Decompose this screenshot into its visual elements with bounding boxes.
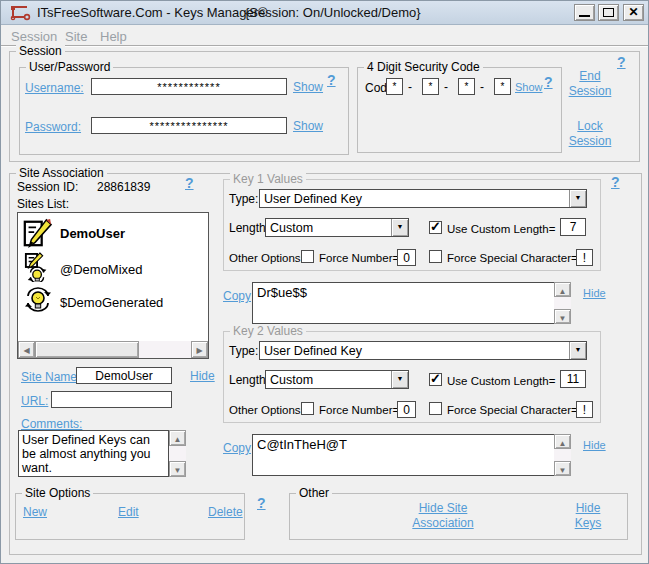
key1-use-custom-length-label: Use Custom Length= (447, 223, 555, 235)
code-digit-3[interactable] (458, 78, 475, 95)
site-name-hide-link[interactable]: Hide (190, 369, 215, 383)
dropdown-arrow-icon[interactable]: ▼ (569, 342, 586, 359)
lock-session-link[interactable]: Lock Session (564, 119, 616, 149)
key1-force-special-checkbox[interactable]: ✓ (429, 250, 442, 263)
key1-use-custom-length-checkbox[interactable]: ✓ (429, 221, 442, 234)
hide-keys-link[interactable]: Hide Keys (563, 501, 613, 531)
url-input[interactable] (51, 391, 172, 408)
scroll-right-button[interactable]: ▶ (191, 341, 208, 358)
security-code-group-label: 4 Digit Security Code (364, 60, 483, 74)
key1-custom-length-input[interactable] (560, 218, 586, 236)
scroll-down-icon: ▼ (174, 466, 182, 475)
scroll-down-button[interactable]: ▼ (554, 461, 571, 476)
code-digit-4[interactable] (494, 78, 511, 95)
password-input[interactable] (91, 117, 287, 134)
key1-vscrollbar[interactable]: ▲ ▼ (554, 282, 571, 324)
dropdown-arrow-icon[interactable]: ▼ (391, 219, 408, 236)
url-label[interactable]: URL: (21, 394, 48, 408)
username-label[interactable]: Username: (25, 81, 84, 95)
scroll-up-button[interactable]: ▲ (169, 430, 186, 446)
key2-use-custom-length-checkbox[interactable]: ✓ (429, 373, 442, 386)
check-icon: ✓ (430, 219, 441, 234)
key1-force-number-checkbox[interactable]: ✓ (301, 250, 314, 263)
key1-help-link[interactable]: ? (611, 174, 620, 190)
scroll-down-button[interactable]: ▼ (169, 461, 186, 477)
key1-copy-link[interactable]: Copy (223, 289, 251, 303)
hide-site-association-link[interactable]: Hide Site Association (399, 501, 487, 531)
key2-length-combo[interactable]: Custom ▼ (265, 370, 409, 389)
site-association-group-label: Site Association (16, 166, 107, 180)
key2-type-combo[interactable]: User Defined Key ▼ (259, 341, 587, 360)
menu-bar: Session Site Help (1, 26, 648, 46)
key1-value-box[interactable]: Dr$ue$$ (252, 282, 555, 324)
key2-custom-length-input[interactable] (560, 370, 586, 388)
key2-value-box[interactable]: C@tInTheH@T (252, 434, 555, 476)
key2-copy-link[interactable]: Copy (223, 441, 251, 455)
maximize-icon (603, 8, 614, 17)
dropdown-arrow-icon[interactable]: ▼ (391, 371, 408, 388)
scroll-left-button[interactable]: ◀ (18, 341, 35, 358)
username-show-link[interactable]: Show (293, 80, 323, 94)
key2-length-label: Length: (229, 373, 269, 387)
code-separator: - (444, 80, 448, 94)
menu-session[interactable]: Session (11, 29, 57, 44)
site-name-input[interactable] (76, 367, 172, 384)
key1-force-number-input[interactable] (397, 249, 416, 266)
scroll-down-button[interactable]: ▼ (554, 309, 571, 324)
menu-help[interactable]: Help (100, 29, 127, 44)
key1-length-combo[interactable]: Custom ▼ (265, 218, 409, 237)
maximize-button[interactable] (598, 4, 619, 21)
key1-hide-link[interactable]: Hide (583, 287, 606, 299)
comments-vscrollbar[interactable]: ▲ ▼ (169, 430, 186, 477)
username-input[interactable] (91, 78, 287, 95)
session-help-link[interactable]: ? (617, 54, 626, 70)
key2-force-number-input[interactable] (397, 401, 416, 418)
session-group-label: Session (16, 44, 65, 58)
edit-site-link[interactable]: Edit (118, 505, 139, 519)
code-show-link[interactable]: Show (515, 81, 543, 93)
site-association-help-link[interactable]: ? (185, 175, 194, 191)
app-key-icon (9, 5, 31, 21)
key2-force-special-input[interactable] (576, 401, 593, 418)
key2-use-custom-length-label: Use Custom Length= (447, 375, 555, 387)
code-digit-2[interactable] (422, 78, 439, 95)
user-password-group-label: User/Password (26, 60, 113, 74)
delete-site-link[interactable]: Delete (208, 505, 243, 519)
code-digit-1[interactable] (386, 78, 403, 95)
scroll-up-button[interactable]: ▲ (554, 282, 571, 297)
user-password-help-link[interactable]: ? (327, 72, 336, 88)
key1-force-number-label: Force Number= (319, 252, 399, 264)
other-group-label: Other (296, 486, 332, 500)
key2-hide-link[interactable]: Hide (583, 439, 606, 451)
minimize-button[interactable] (574, 4, 595, 21)
close-button[interactable]: ✕ (623, 4, 644, 21)
key1-force-special-label: Force Special Character= (447, 252, 578, 264)
comments-textarea[interactable]: User Defined Keys can be almost anything… (18, 430, 169, 477)
key2-force-number-checkbox[interactable]: ✓ (301, 402, 314, 415)
key2-force-special-checkbox[interactable]: ✓ (429, 402, 442, 415)
site-options-help-link[interactable]: ? (257, 495, 266, 511)
key2-vscrollbar[interactable]: ▲ ▼ (554, 434, 571, 476)
site-name-label[interactable]: Site Name: (21, 370, 80, 384)
sites-list-label: Sites List: (17, 197, 69, 211)
key1-type-combo[interactable]: User Defined Key ▼ (259, 189, 587, 208)
end-session-link[interactable]: End Session (564, 69, 616, 99)
key2-force-number-label: Force Number= (319, 404, 399, 416)
password-label[interactable]: Password: (25, 120, 81, 134)
security-code-help-link[interactable]: ? (544, 74, 553, 90)
scroll-up-icon: ▲ (559, 439, 567, 448)
password-show-link[interactable]: Show (293, 119, 323, 133)
scroll-down-icon: ▼ (559, 466, 567, 475)
hscroll-thumb[interactable] (35, 341, 139, 358)
sites-list[interactable]: DemoUser @DemoMixed (17, 212, 209, 359)
key1-force-special-input[interactable] (576, 249, 593, 266)
key1-length-label: Length: (229, 221, 269, 235)
scroll-up-button[interactable]: ▲ (554, 434, 571, 449)
menu-site[interactable]: Site (65, 29, 87, 44)
site-options-group-label: Site Options (22, 486, 93, 500)
dropdown-arrow-icon[interactable]: ▼ (569, 190, 586, 207)
comments-label[interactable]: Comments: (21, 417, 82, 431)
title-bar: ITsFreeSoftware.Com - Keys Manager© {Ses… (1, 1, 648, 25)
new-site-link[interactable]: New (23, 505, 47, 519)
key1-type-label: Type: (229, 192, 258, 206)
